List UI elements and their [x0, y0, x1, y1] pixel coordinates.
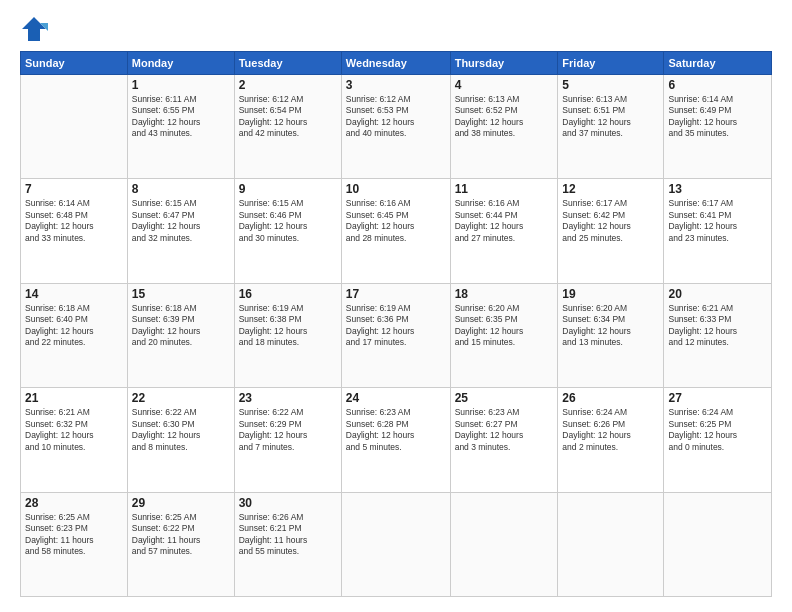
- calendar-cell: 2Sunrise: 6:12 AM Sunset: 6:54 PM Daylig…: [234, 75, 341, 179]
- calendar-cell: 1Sunrise: 6:11 AM Sunset: 6:55 PM Daylig…: [127, 75, 234, 179]
- logo-icon: [20, 15, 48, 43]
- day-number: 30: [239, 496, 337, 510]
- calendar-cell: 9Sunrise: 6:15 AM Sunset: 6:46 PM Daylig…: [234, 179, 341, 283]
- calendar-body: 1Sunrise: 6:11 AM Sunset: 6:55 PM Daylig…: [21, 75, 772, 597]
- cell-text: Sunrise: 6:20 AM Sunset: 6:35 PM Dayligh…: [455, 303, 554, 349]
- cell-text: Sunrise: 6:14 AM Sunset: 6:48 PM Dayligh…: [25, 198, 123, 244]
- day-number: 14: [25, 287, 123, 301]
- day-number: 17: [346, 287, 446, 301]
- calendar-cell: 26Sunrise: 6:24 AM Sunset: 6:26 PM Dayli…: [558, 388, 664, 492]
- weekday-tuesday: Tuesday: [234, 52, 341, 75]
- cell-text: Sunrise: 6:13 AM Sunset: 6:51 PM Dayligh…: [562, 94, 659, 140]
- week-row-4: 28Sunrise: 6:25 AM Sunset: 6:23 PM Dayli…: [21, 492, 772, 596]
- cell-text: Sunrise: 6:17 AM Sunset: 6:42 PM Dayligh…: [562, 198, 659, 244]
- day-number: 11: [455, 182, 554, 196]
- cell-text: Sunrise: 6:20 AM Sunset: 6:34 PM Dayligh…: [562, 303, 659, 349]
- calendar-cell: [558, 492, 664, 596]
- day-number: 25: [455, 391, 554, 405]
- day-number: 15: [132, 287, 230, 301]
- calendar-cell: 4Sunrise: 6:13 AM Sunset: 6:52 PM Daylig…: [450, 75, 558, 179]
- day-number: 16: [239, 287, 337, 301]
- calendar-page: SundayMondayTuesdayWednesdayThursdayFrid…: [0, 0, 792, 612]
- calendar-cell: 6Sunrise: 6:14 AM Sunset: 6:49 PM Daylig…: [664, 75, 772, 179]
- calendar-cell: [664, 492, 772, 596]
- calendar-cell: [21, 75, 128, 179]
- calendar-cell: 17Sunrise: 6:19 AM Sunset: 6:36 PM Dayli…: [341, 283, 450, 387]
- day-number: 29: [132, 496, 230, 510]
- cell-text: Sunrise: 6:21 AM Sunset: 6:33 PM Dayligh…: [668, 303, 767, 349]
- cell-text: Sunrise: 6:15 AM Sunset: 6:46 PM Dayligh…: [239, 198, 337, 244]
- week-row-2: 14Sunrise: 6:18 AM Sunset: 6:40 PM Dayli…: [21, 283, 772, 387]
- day-number: 5: [562, 78, 659, 92]
- weekday-sunday: Sunday: [21, 52, 128, 75]
- cell-text: Sunrise: 6:12 AM Sunset: 6:54 PM Dayligh…: [239, 94, 337, 140]
- calendar-table: SundayMondayTuesdayWednesdayThursdayFrid…: [20, 51, 772, 597]
- calendar-cell: 25Sunrise: 6:23 AM Sunset: 6:27 PM Dayli…: [450, 388, 558, 492]
- calendar-cell: 10Sunrise: 6:16 AM Sunset: 6:45 PM Dayli…: [341, 179, 450, 283]
- cell-text: Sunrise: 6:18 AM Sunset: 6:40 PM Dayligh…: [25, 303, 123, 349]
- cell-text: Sunrise: 6:26 AM Sunset: 6:21 PM Dayligh…: [239, 512, 337, 558]
- day-number: 19: [562, 287, 659, 301]
- weekday-saturday: Saturday: [664, 52, 772, 75]
- calendar-cell: 14Sunrise: 6:18 AM Sunset: 6:40 PM Dayli…: [21, 283, 128, 387]
- calendar-cell: 21Sunrise: 6:21 AM Sunset: 6:32 PM Dayli…: [21, 388, 128, 492]
- logo: [20, 15, 52, 43]
- calendar-cell: 20Sunrise: 6:21 AM Sunset: 6:33 PM Dayli…: [664, 283, 772, 387]
- calendar-cell: 8Sunrise: 6:15 AM Sunset: 6:47 PM Daylig…: [127, 179, 234, 283]
- day-number: 20: [668, 287, 767, 301]
- day-number: 22: [132, 391, 230, 405]
- calendar-cell: 16Sunrise: 6:19 AM Sunset: 6:38 PM Dayli…: [234, 283, 341, 387]
- cell-text: Sunrise: 6:24 AM Sunset: 6:25 PM Dayligh…: [668, 407, 767, 453]
- cell-text: Sunrise: 6:25 AM Sunset: 6:23 PM Dayligh…: [25, 512, 123, 558]
- day-number: 13: [668, 182, 767, 196]
- day-number: 2: [239, 78, 337, 92]
- week-row-3: 21Sunrise: 6:21 AM Sunset: 6:32 PM Dayli…: [21, 388, 772, 492]
- day-number: 24: [346, 391, 446, 405]
- calendar-cell: [341, 492, 450, 596]
- calendar-cell: 19Sunrise: 6:20 AM Sunset: 6:34 PM Dayli…: [558, 283, 664, 387]
- header: [20, 15, 772, 43]
- day-number: 10: [346, 182, 446, 196]
- cell-text: Sunrise: 6:22 AM Sunset: 6:29 PM Dayligh…: [239, 407, 337, 453]
- calendar-cell: 12Sunrise: 6:17 AM Sunset: 6:42 PM Dayli…: [558, 179, 664, 283]
- calendar-cell: 22Sunrise: 6:22 AM Sunset: 6:30 PM Dayli…: [127, 388, 234, 492]
- calendar-cell: 27Sunrise: 6:24 AM Sunset: 6:25 PM Dayli…: [664, 388, 772, 492]
- cell-text: Sunrise: 6:14 AM Sunset: 6:49 PM Dayligh…: [668, 94, 767, 140]
- svg-marker-0: [22, 17, 46, 41]
- day-number: 26: [562, 391, 659, 405]
- day-number: 18: [455, 287, 554, 301]
- cell-text: Sunrise: 6:19 AM Sunset: 6:36 PM Dayligh…: [346, 303, 446, 349]
- cell-text: Sunrise: 6:21 AM Sunset: 6:32 PM Dayligh…: [25, 407, 123, 453]
- cell-text: Sunrise: 6:22 AM Sunset: 6:30 PM Dayligh…: [132, 407, 230, 453]
- calendar-cell: 5Sunrise: 6:13 AM Sunset: 6:51 PM Daylig…: [558, 75, 664, 179]
- day-number: 12: [562, 182, 659, 196]
- day-number: 4: [455, 78, 554, 92]
- day-number: 3: [346, 78, 446, 92]
- weekday-header-row: SundayMondayTuesdayWednesdayThursdayFrid…: [21, 52, 772, 75]
- calendar-cell: 3Sunrise: 6:12 AM Sunset: 6:53 PM Daylig…: [341, 75, 450, 179]
- calendar-cell: 23Sunrise: 6:22 AM Sunset: 6:29 PM Dayli…: [234, 388, 341, 492]
- cell-text: Sunrise: 6:23 AM Sunset: 6:27 PM Dayligh…: [455, 407, 554, 453]
- calendar-header: SundayMondayTuesdayWednesdayThursdayFrid…: [21, 52, 772, 75]
- cell-text: Sunrise: 6:17 AM Sunset: 6:41 PM Dayligh…: [668, 198, 767, 244]
- cell-text: Sunrise: 6:13 AM Sunset: 6:52 PM Dayligh…: [455, 94, 554, 140]
- calendar-cell: 30Sunrise: 6:26 AM Sunset: 6:21 PM Dayli…: [234, 492, 341, 596]
- cell-text: Sunrise: 6:18 AM Sunset: 6:39 PM Dayligh…: [132, 303, 230, 349]
- calendar-cell: 7Sunrise: 6:14 AM Sunset: 6:48 PM Daylig…: [21, 179, 128, 283]
- calendar-cell: 28Sunrise: 6:25 AM Sunset: 6:23 PM Dayli…: [21, 492, 128, 596]
- cell-text: Sunrise: 6:19 AM Sunset: 6:38 PM Dayligh…: [239, 303, 337, 349]
- day-number: 7: [25, 182, 123, 196]
- day-number: 8: [132, 182, 230, 196]
- calendar-cell: 24Sunrise: 6:23 AM Sunset: 6:28 PM Dayli…: [341, 388, 450, 492]
- cell-text: Sunrise: 6:12 AM Sunset: 6:53 PM Dayligh…: [346, 94, 446, 140]
- calendar-cell: 13Sunrise: 6:17 AM Sunset: 6:41 PM Dayli…: [664, 179, 772, 283]
- day-number: 28: [25, 496, 123, 510]
- weekday-monday: Monday: [127, 52, 234, 75]
- week-row-0: 1Sunrise: 6:11 AM Sunset: 6:55 PM Daylig…: [21, 75, 772, 179]
- weekday-friday: Friday: [558, 52, 664, 75]
- weekday-wednesday: Wednesday: [341, 52, 450, 75]
- week-row-1: 7Sunrise: 6:14 AM Sunset: 6:48 PM Daylig…: [21, 179, 772, 283]
- day-number: 6: [668, 78, 767, 92]
- cell-text: Sunrise: 6:15 AM Sunset: 6:47 PM Dayligh…: [132, 198, 230, 244]
- weekday-thursday: Thursday: [450, 52, 558, 75]
